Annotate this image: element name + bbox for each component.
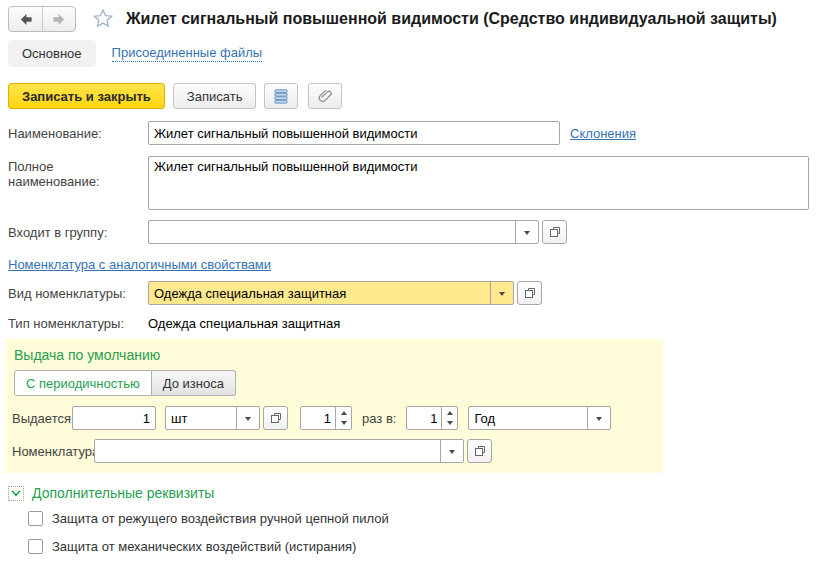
tab-main[interactable]: Основное <box>8 40 96 67</box>
similar-link-row: Номенклатура с аналогичными свойствами <box>8 257 811 272</box>
nomenclature-label: Номенклатура: <box>12 444 94 459</box>
chevron-down-icon <box>11 490 21 497</box>
per-label: раз в: <box>362 411 396 426</box>
paperclip-icon <box>318 89 333 104</box>
name-label: Наименование: <box>8 126 148 141</box>
unit-combo <box>165 406 260 430</box>
issue-mode-toggle: С периодичностью До износа <box>14 370 236 396</box>
type-row: Тип номенклатуры: Одежда специальная защ… <box>8 316 811 331</box>
toggle-with-periodicity[interactable]: С периодичностью <box>14 370 152 396</box>
spin-up-button[interactable] <box>442 407 457 418</box>
toggle-until-wear[interactable]: До износа <box>152 370 236 396</box>
times-input[interactable] <box>301 407 335 429</box>
favorite-star-icon[interactable] <box>92 8 114 30</box>
chevron-down-icon <box>524 231 530 238</box>
titlebar: Жилет сигнальный повышенной видимости (С… <box>0 0 819 36</box>
group-row: Входит в группу: <box>8 220 811 244</box>
open-list-icon <box>270 412 282 424</box>
save-button[interactable]: Записать <box>173 83 257 109</box>
tab-bar: Основное Присоединенные файлы <box>0 36 819 75</box>
attribute-row: Защита от механических воздействий (исти… <box>28 539 811 554</box>
open-list-icon <box>474 445 486 457</box>
unit-open-button[interactable] <box>263 406 288 430</box>
period-combo <box>468 406 611 430</box>
triangle-down-icon <box>341 421 347 428</box>
additional-attributes-title: Дополнительные реквизиты <box>32 485 214 501</box>
times-spinner <box>300 406 352 430</box>
name-input[interactable] <box>148 121 560 145</box>
spin-up-button[interactable] <box>336 407 351 418</box>
group-input[interactable] <box>149 221 515 243</box>
issue-section-title: Выдача по умолчанию <box>14 347 655 363</box>
additional-attributes-header: Дополнительные реквизиты <box>8 485 811 501</box>
times-spin-buttons <box>335 407 351 429</box>
back-arrow-icon <box>18 13 34 26</box>
issued-row: Выдается: раз в: <box>12 406 655 430</box>
period-dropdown-button[interactable] <box>587 407 610 429</box>
checkbox-abrasion-protection[interactable] <box>28 539 43 554</box>
toolbar: Записать и закрыть Записать <box>0 75 819 119</box>
history-nav-group <box>8 6 76 32</box>
group-open-button[interactable] <box>542 220 567 244</box>
group-dropdown-button[interactable] <box>515 221 538 243</box>
spin-down-button[interactable] <box>336 418 351 429</box>
nomenclature-row: Номенклатура: <box>12 439 655 463</box>
item-form-window: Жилет сигнальный повышенной видимости (С… <box>0 0 819 564</box>
nomenclature-combo <box>94 439 464 463</box>
unit-input[interactable] <box>166 407 236 429</box>
open-list-icon <box>549 226 561 238</box>
issued-label: Выдается: <box>12 411 72 426</box>
back-button[interactable] <box>9 7 42 31</box>
nomenclature-open-button[interactable] <box>467 439 492 463</box>
period-count-spinner <box>406 406 458 430</box>
forward-arrow-icon <box>51 13 67 26</box>
period-count-input[interactable] <box>407 407 441 429</box>
type-label: Тип номенклатуры: <box>8 316 148 331</box>
kind-dropdown-button[interactable] <box>490 282 513 304</box>
open-list-icon <box>524 287 536 299</box>
quantity-input[interactable] <box>72 406 156 430</box>
save-close-button[interactable]: Записать и закрыть <box>8 83 165 109</box>
kind-input[interactable] <box>149 282 490 304</box>
name-row: Наименование: Склонения <box>8 121 811 145</box>
full-name-row: Полное наименование: Жилет сигнальный по… <box>8 156 811 210</box>
report-stack-icon <box>274 89 288 104</box>
similar-properties-link[interactable]: Номенклатура с аналогичными свойствами <box>8 257 271 272</box>
type-value: Одежда специальная защитная <box>148 316 340 331</box>
chevron-down-icon <box>245 417 251 424</box>
triangle-up-icon <box>447 408 453 415</box>
period-input[interactable] <box>469 407 587 429</box>
forward-button[interactable] <box>42 7 75 31</box>
triangle-down-icon <box>447 421 453 428</box>
collapse-section-button[interactable] <box>8 486 24 501</box>
declensions-link[interactable]: Склонения <box>570 126 636 141</box>
kind-combo <box>148 281 514 305</box>
default-issue-panel: Выдача по умолчанию С периодичностью До … <box>5 339 663 473</box>
full-name-textarea[interactable]: Жилет сигнальный повышенной видимости <box>148 156 809 210</box>
kind-open-button[interactable] <box>517 281 542 305</box>
chevron-down-icon <box>449 450 455 457</box>
nomenclature-dropdown-button[interactable] <box>440 440 463 462</box>
period-spin-buttons <box>441 407 457 429</box>
spin-down-button[interactable] <box>442 418 457 429</box>
attachments-button[interactable] <box>308 83 342 109</box>
checkbox-label: Защита от режущего воздействия ручной це… <box>52 511 389 526</box>
kind-row: Вид номенклатуры: <box>8 281 811 305</box>
kind-label: Вид номенклатуры: <box>8 286 148 301</box>
group-label: Входит в группу: <box>8 225 148 240</box>
full-name-label: Полное наименование: <box>8 156 148 189</box>
reports-button[interactable] <box>264 83 298 109</box>
group-combo <box>148 220 539 244</box>
item-form: Наименование: Склонения Полное наименова… <box>0 119 819 564</box>
triangle-up-icon <box>341 408 347 415</box>
tab-attached-files-link[interactable]: Присоединенные файлы <box>112 45 263 62</box>
chevron-down-icon <box>596 417 602 424</box>
checkbox-chainsaw-protection[interactable] <box>28 511 43 526</box>
nomenclature-input[interactable] <box>95 440 440 462</box>
checkbox-label: Защита от механических воздействий (исти… <box>52 539 356 554</box>
attribute-row: Защита от режущего воздействия ручной це… <box>28 511 811 526</box>
page-title: Жилет сигнальный повышенной видимости (С… <box>126 10 777 28</box>
chevron-down-icon <box>499 292 505 299</box>
unit-dropdown-button[interactable] <box>236 407 259 429</box>
